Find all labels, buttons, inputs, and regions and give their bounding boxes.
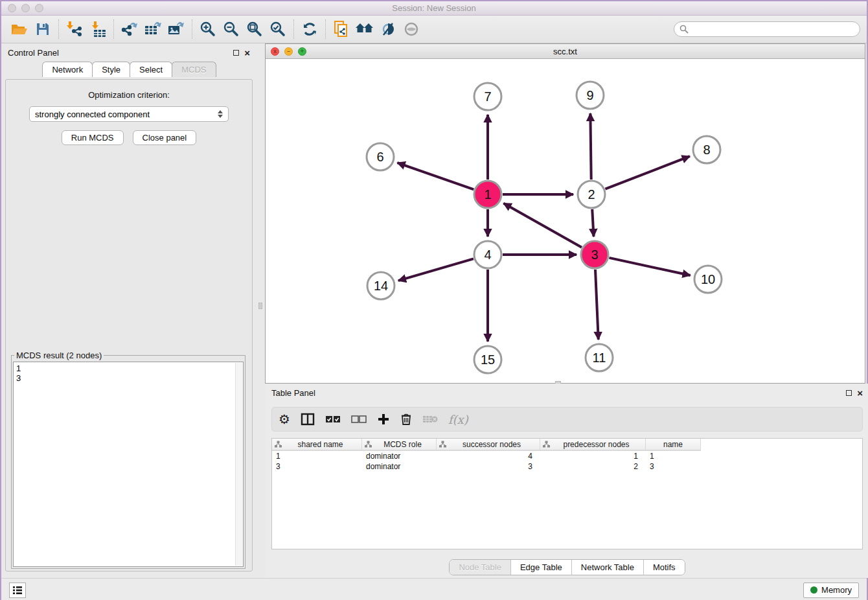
- hide-graphics-details-icon[interactable]: [376, 18, 400, 40]
- delete-column-icon[interactable]: [400, 413, 412, 426]
- control-panel: Control Panel × NetworkStyleSelectMCDS O…: [1, 43, 257, 577]
- show-graphics-details-icon[interactable]: [400, 18, 423, 40]
- export-table-icon[interactable]: [141, 18, 165, 40]
- refresh-icon[interactable]: [298, 18, 321, 40]
- graph-node-2[interactable]: 2: [578, 181, 605, 208]
- tab-network-table[interactable]: Network Table: [572, 560, 644, 575]
- column-header-MCDS-role[interactable]: MCDS role: [362, 439, 437, 450]
- graph-node-4[interactable]: 4: [474, 241, 501, 268]
- edge-2-3[interactable]: [592, 209, 593, 237]
- tab-mcds[interactable]: MCDS: [172, 62, 216, 77]
- import-table-icon[interactable]: [86, 18, 109, 40]
- zoom-out-icon[interactable]: [220, 18, 243, 40]
- table-cell[interactable]: 2: [540, 461, 646, 472]
- memory-status-icon: [810, 586, 817, 594]
- svg-text:11: 11: [593, 351, 606, 365]
- table-cell[interactable]: 1: [646, 451, 701, 461]
- add-column-icon[interactable]: [377, 413, 390, 426]
- export-image-icon[interactable]: [165, 18, 188, 40]
- column-header-shared-name[interactable]: shared name: [272, 439, 362, 450]
- float-table-panel-icon[interactable]: [846, 390, 852, 396]
- table-settings-icon[interactable]: ⚙: [279, 411, 290, 427]
- attribute-type-icon: [543, 441, 550, 448]
- svg-text:8: 8: [703, 143, 710, 157]
- memory-label: Memory: [821, 585, 852, 595]
- export-network-icon[interactable]: [118, 18, 141, 40]
- tab-network[interactable]: Network: [42, 62, 93, 77]
- table-cell[interactable]: 4: [437, 451, 540, 461]
- table-cell[interactable]: 3: [272, 461, 362, 472]
- graph-node-9[interactable]: 9: [577, 82, 604, 109]
- graph-node-14[interactable]: 14: [367, 272, 394, 299]
- graph-node-1[interactable]: 1: [474, 181, 501, 208]
- network-window-title: scc.txt: [266, 47, 865, 56]
- table-row[interactable]: 1dominator411: [272, 451, 701, 461]
- deselect-all-icon[interactable]: [351, 415, 367, 424]
- tab-motifs[interactable]: Motifs: [644, 560, 685, 575]
- search-icon: [680, 25, 689, 34]
- graph-node-6[interactable]: 6: [367, 143, 394, 170]
- table-cell[interactable]: 3: [646, 461, 701, 472]
- graph-node-3[interactable]: 3: [581, 241, 608, 268]
- graph-node-7[interactable]: 7: [474, 83, 501, 110]
- svg-text:2: 2: [588, 187, 595, 202]
- column-header-name[interactable]: name: [646, 439, 701, 450]
- table-cell[interactable]: dominator: [362, 461, 437, 472]
- close-panel-button[interactable]: Close panel: [133, 130, 197, 145]
- table-cell[interactable]: 3: [437, 461, 540, 472]
- edge-1-6[interactable]: [397, 163, 474, 189]
- criterion-value: strongly connected component: [35, 110, 150, 119]
- window-titlebar: Session: New Session: [1, 1, 867, 16]
- edge-3-1[interactable]: [503, 203, 582, 248]
- function-builder-icon[interactable]: f(x): [448, 413, 468, 426]
- table-cell[interactable]: 1: [272, 451, 362, 461]
- tab-node-table[interactable]: Node Table: [450, 560, 511, 575]
- tab-style[interactable]: Style: [92, 62, 130, 77]
- table-cell[interactable]: 1: [540, 451, 646, 461]
- home-icon[interactable]: [353, 18, 376, 40]
- zoom-fit-icon[interactable]: [243, 18, 266, 40]
- edge-2-9[interactable]: [590, 113, 591, 179]
- clone-network-icon[interactable]: [330, 18, 353, 40]
- close-table-panel-icon[interactable]: ×: [857, 388, 863, 398]
- table-row[interactable]: 3dominator323: [272, 461, 701, 472]
- column-visibility-icon[interactable]: [301, 413, 315, 426]
- vertical-splitter[interactable]: [257, 43, 265, 577]
- graph-node-11[interactable]: 11: [586, 344, 613, 371]
- tab-select[interactable]: Select: [130, 62, 172, 77]
- main-toolbar: [1, 16, 867, 43]
- criterion-select[interactable]: strongly connected component: [29, 106, 229, 122]
- select-all-icon[interactable]: [325, 415, 341, 424]
- table-cell[interactable]: dominator: [362, 451, 437, 461]
- import-network-icon[interactable]: [63, 18, 86, 40]
- mcds-result-text[interactable]: 1 3: [13, 362, 244, 567]
- zoom-selected-icon[interactable]: [266, 18, 290, 40]
- open-session-icon[interactable]: [8, 18, 31, 40]
- column-header-successor-nodes[interactable]: successor nodes: [437, 439, 540, 450]
- graph-node-10[interactable]: 10: [694, 266, 722, 293]
- tab-edge-table[interactable]: Edge Table: [511, 560, 572, 575]
- network-canvas[interactable]: 7968124314101511: [266, 59, 865, 383]
- splitter-grip[interactable]: [258, 303, 262, 309]
- graph-node-15[interactable]: 15: [474, 346, 501, 373]
- search-box[interactable]: [674, 21, 860, 37]
- search-input[interactable]: [692, 25, 854, 34]
- memory-button[interactable]: Memory: [803, 583, 859, 598]
- save-session-icon[interactable]: [31, 18, 54, 40]
- column-header-predecessor-nodes[interactable]: predecessor nodes: [540, 439, 646, 450]
- run-mcds-button[interactable]: Run MCDS: [62, 130, 124, 145]
- network-view-window: scc.txt x – + 7968124314101511: [265, 43, 865, 384]
- task-history-button[interactable]: [9, 583, 26, 598]
- edge-3-11[interactable]: [595, 270, 599, 340]
- result-scrollbar[interactable]: [235, 363, 242, 566]
- zoom-in-icon[interactable]: [196, 18, 220, 40]
- edge-3-10[interactable]: [609, 258, 690, 275]
- toolbar-separator: [293, 19, 294, 39]
- graph-node-8[interactable]: 8: [693, 136, 720, 163]
- network-window-titlebar[interactable]: scc.txt x – +: [266, 44, 865, 59]
- edge-4-14[interactable]: [398, 259, 474, 281]
- delete-table-icon[interactable]: [422, 414, 438, 424]
- close-panel-icon[interactable]: ×: [244, 48, 250, 58]
- float-panel-icon[interactable]: [233, 50, 239, 56]
- edge-2-8[interactable]: [605, 156, 689, 189]
